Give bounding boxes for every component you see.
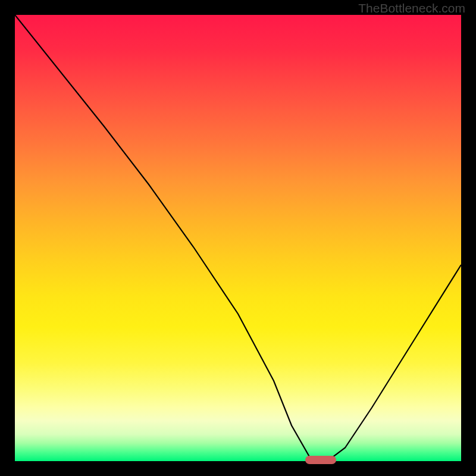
bottleneck-curve — [15, 15, 461, 461]
chart-plot-area — [15, 15, 461, 461]
watermark-text: TheBottleneck.com — [358, 1, 465, 15]
optimal-range-marker — [305, 456, 337, 464]
